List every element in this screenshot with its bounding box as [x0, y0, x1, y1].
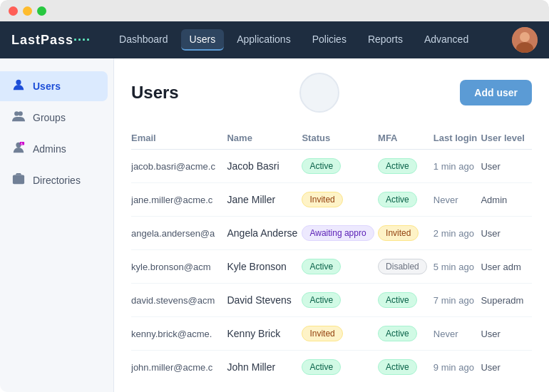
cell-status: Invited — [302, 183, 378, 217]
sidebar-item-directories-label: Directories — [33, 175, 81, 186]
nav-link-dashboard[interactable]: Dashboard — [111, 29, 177, 51]
cell-name: David Stevens — [227, 284, 302, 317]
cell-userlevel: Admin — [481, 183, 532, 217]
sidebar: Users Groups A Admins Directories — [0, 58, 114, 392]
cell-email: jane.miller@acme.c — [131, 183, 227, 217]
col-header-lastlogin: Last login — [433, 127, 481, 150]
directories-icon — [11, 172, 26, 188]
cell-name: Jacob Basri — [227, 150, 302, 183]
cell-email: angela.andersen@a — [131, 217, 227, 250]
avatar[interactable] — [512, 27, 538, 53]
sidebar-item-groups[interactable]: Groups — [0, 103, 108, 133]
cell-email: john.miller@acme.c — [131, 351, 227, 384]
page-title: Users — [131, 83, 179, 103]
table-row[interactable]: angela.andersen@a Angela Anderse Awaitin… — [131, 217, 532, 250]
sidebar-item-admins[interactable]: A Admins — [0, 134, 108, 164]
table-row[interactable]: jacob.basri@acme.c Jacob Basri Active Ac… — [131, 150, 532, 183]
table-row[interactable]: john.miller@acme.c John Miller Active Ac… — [131, 351, 532, 384]
svg-point-4 — [14, 111, 19, 115]
cell-status: Invited — [302, 317, 378, 351]
cell-name: Angela Anderse — [227, 217, 302, 250]
sidebar-item-groups-label: Groups — [33, 112, 66, 123]
table-row[interactable]: david.stevens@acm David Stevens Active A… — [131, 284, 532, 317]
cell-lastlogin: 1 min ago — [433, 150, 481, 183]
cell-mfa: Invited — [378, 217, 433, 250]
cell-mfa: Active — [378, 284, 433, 317]
nav-link-users[interactable]: Users — [181, 29, 225, 51]
col-header-mfa: MFA — [378, 127, 433, 150]
table-row[interactable]: jane.miller@acme.c Jane Miller Invited A… — [131, 183, 532, 217]
cell-mfa: Active — [378, 351, 433, 384]
minimize-button[interactable] — [23, 6, 32, 16]
cell-email: jacob.basri@acme.c — [131, 150, 227, 183]
groups-icon — [11, 110, 26, 125]
cell-userlevel: User — [481, 150, 532, 183]
cell-lastlogin: Never — [433, 183, 481, 217]
users-icon — [11, 78, 26, 94]
col-header-status: Status — [302, 127, 378, 150]
cell-name: Jane Miller — [227, 183, 302, 217]
table-row[interactable]: kyle.bronson@acm Kyle Bronson Active Dis… — [131, 250, 532, 284]
sidebar-item-admins-label: Admins — [33, 143, 66, 155]
cell-name: Kyle Bronson — [227, 250, 302, 284]
titlebar — [0, 0, 549, 21]
cell-status: Active — [302, 284, 378, 317]
sidebar-item-directories[interactable]: Directories — [0, 165, 108, 195]
logo: LastPass···· — [11, 33, 91, 48]
table-row[interactable]: kenny.brick@acme. Kenny Brick Invited Ac… — [131, 317, 532, 351]
nav-link-advanced[interactable]: Advanced — [416, 29, 477, 51]
cell-lastlogin: 2 min ago — [433, 217, 481, 250]
users-table: Email Name Status MFA Last login User le… — [131, 127, 532, 383]
cell-mfa: Active — [378, 317, 433, 351]
cell-email: kenny.brick@acme. — [131, 317, 227, 351]
cell-email: kyle.bronson@acm — [131, 250, 227, 284]
svg-point-5 — [19, 111, 23, 115]
svg-point-1 — [520, 32, 530, 42]
svg-rect-9 — [13, 175, 24, 185]
cell-status: Active — [302, 150, 378, 183]
main-content: Users Add user Email Name Status MFA Las… — [114, 58, 549, 392]
cell-mfa: Active — [378, 150, 433, 183]
cell-status: Active — [302, 351, 378, 384]
cell-lastlogin: 9 min ago — [433, 351, 481, 384]
cell-lastlogin: 5 min ago — [433, 250, 481, 284]
col-header-userlevel: User level — [481, 127, 532, 150]
sidebar-item-users[interactable]: Users — [0, 71, 108, 101]
col-header-name: Name — [227, 127, 302, 150]
cell-email: david.stevens@acm — [131, 284, 227, 317]
cell-userlevel: Superadm — [481, 284, 532, 317]
main-header: Users Add user — [131, 73, 532, 113]
cell-name: Kenny Brick — [227, 317, 302, 351]
layout: Users Groups A Admins Directories Users … — [0, 58, 549, 392]
svg-point-3 — [16, 80, 21, 85]
close-button[interactable] — [9, 6, 18, 16]
admins-icon: A — [11, 141, 26, 157]
sidebar-item-users-label: Users — [33, 81, 61, 92]
cell-name: John Miller — [227, 351, 302, 384]
nav-link-policies[interactable]: Policies — [304, 29, 355, 51]
search-circle[interactable] — [299, 73, 339, 113]
cell-status: Awaiting appro — [302, 217, 378, 250]
nav-link-applications[interactable]: Applications — [228, 29, 299, 51]
nav-link-reports[interactable]: Reports — [359, 29, 411, 51]
nav-links: Dashboard Users Applications Policies Re… — [111, 29, 512, 51]
cell-status: Active — [302, 250, 378, 284]
cell-userlevel: User — [481, 351, 532, 384]
cell-userlevel: User — [481, 217, 532, 250]
col-header-email: Email — [131, 127, 227, 150]
maximize-button[interactable] — [37, 6, 46, 16]
cell-lastlogin: Never — [433, 317, 481, 351]
cell-userlevel: User — [481, 317, 532, 351]
cell-mfa: Active — [378, 183, 433, 217]
cell-userlevel: User adm — [481, 250, 532, 284]
add-user-button[interactable]: Add user — [460, 80, 532, 105]
cell-mfa: Disabled — [378, 250, 433, 284]
cell-lastlogin: 7 min ago — [433, 284, 481, 317]
top-nav: LastPass···· Dashboard Users Application… — [0, 21, 549, 58]
